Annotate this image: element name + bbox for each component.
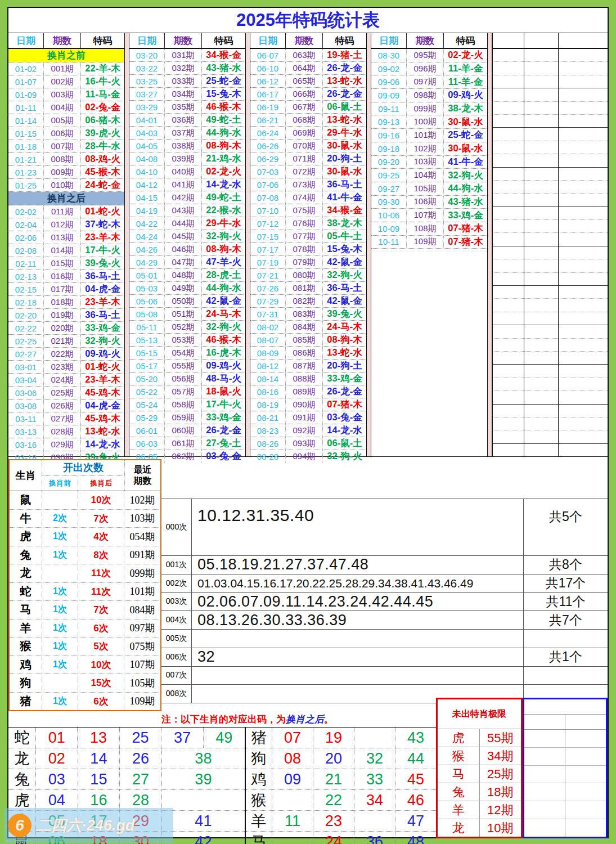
spare-cell — [559, 128, 608, 141]
mapping-zodiac: 虎 — [8, 790, 35, 810]
draw-period: 088期 — [285, 372, 322, 385]
mapping-row: 蛇0113253749 — [8, 728, 245, 748]
mapping-number: 07 — [272, 728, 313, 748]
frequency-count — [523, 630, 608, 648]
spare-cell — [524, 75, 558, 88]
draw-period: 015期 — [43, 257, 80, 270]
mapping-number: 42 — [161, 832, 245, 844]
draw-date: 06-03 — [129, 437, 164, 450]
draw-code: 20-狗-土 — [322, 360, 366, 372]
draw-row: 05-15054期16-虎-木 — [129, 347, 245, 360]
draw-date: 04-01 — [129, 114, 164, 126]
draw-code: 21-鸡-水 — [201, 152, 245, 165]
draw-row: 03-16029期14-龙-水 — [8, 438, 124, 451]
draw-code: 08-狗-木 — [322, 334, 366, 346]
zodiac-stats-header: 生肖 开出次数 换肖前 换肖后 最近 期数 — [10, 460, 160, 491]
spare-cell — [493, 207, 524, 220]
frequency-count: 共17个 — [523, 574, 608, 592]
draw-date: 07-03 — [250, 165, 285, 178]
stats-zodiac: 猴 — [10, 638, 42, 656]
draw-code: 33-鸡-金 — [322, 372, 366, 385]
mapping-number: 38 — [161, 748, 245, 769]
draw-code: 49-蛇-土 — [201, 191, 245, 204]
spare-cell — [524, 168, 558, 181]
limits-title: 未出特肖极限 — [438, 699, 521, 729]
spare-cell — [559, 325, 608, 338]
spare-cell — [559, 75, 608, 88]
draw-period: 086期 — [285, 347, 322, 359]
stats-before-count: 1次 — [42, 528, 78, 546]
header-times-sub: 换肖前 换肖后 — [42, 476, 124, 491]
draw-period: 081期 — [285, 282, 322, 294]
column-header: 日期 — [371, 33, 406, 48]
mapping-zodiac: 兔 — [8, 769, 35, 789]
empty-filler — [371, 249, 487, 456]
frequency-label: 002次 — [161, 574, 192, 592]
draw-row: 02-06013期23-羊-木 — [8, 231, 124, 244]
stats-before-count: 1次 — [42, 583, 78, 601]
zodiac-stats-row: 羊1次6次097期 — [10, 619, 160, 638]
stats-after-count: 8次 — [78, 546, 124, 564]
draw-row: 08-02084期24-马-木 — [250, 321, 366, 334]
draw-period: 045期 — [164, 230, 201, 243]
draw-code: 26-龙-金 — [322, 62, 366, 74]
mapping-number: 23 — [313, 811, 354, 831]
spare-cell — [524, 405, 558, 417]
banner-before: 换肖之前 — [8, 49, 124, 62]
draw-period: 046期 — [164, 243, 201, 255]
spare-cell — [559, 181, 608, 194]
draw-row: 06-10064期26-龙-金 — [250, 62, 366, 75]
draw-date: 03-04 — [8, 374, 43, 386]
draw-code: 42-鼠-金 — [201, 295, 245, 307]
draw-code: 39-兔-火 — [80, 257, 124, 270]
draw-code: 37-蛇-木 — [80, 218, 124, 231]
mapping-zodiac: 猪 — [246, 728, 272, 748]
draw-date: 07-06 — [250, 178, 285, 191]
draw-period: 097期 — [406, 75, 443, 88]
stats-zodiac: 龙 — [10, 564, 42, 582]
mapping-number: 11 — [272, 811, 313, 831]
spare-cell — [559, 430, 608, 443]
draw-code: 33-鸡-金 — [443, 209, 487, 222]
spare-cell — [493, 352, 524, 365]
draw-date: 06-26 — [250, 140, 285, 152]
draw-group: 日期期数特码换肖之前01-02001期22-羊-木01-07002期16-牛-火… — [8, 33, 124, 456]
draw-code: 27-兔-土 — [201, 437, 245, 450]
draw-period: 036期 — [164, 114, 201, 126]
draw-period: 102期 — [406, 142, 443, 155]
frequency-row: 000次10.12.31.35.40共5个 — [161, 499, 608, 556]
draw-date: 10-06 — [371, 209, 406, 222]
zodiac-stats-row: 牛2次7次103期 — [10, 510, 160, 528]
group-separator — [124, 33, 129, 456]
group-separator — [245, 33, 250, 456]
stats-after-count: 11次 — [78, 564, 124, 582]
draw-date: 08-19 — [250, 398, 285, 411]
stats-recent-period: 097期 — [124, 619, 160, 638]
draw-date: 03-25 — [129, 75, 164, 87]
draw-row: 06-07063期19-猪-土 — [250, 49, 366, 62]
draw-code: 07-猪-木 — [322, 398, 366, 411]
zodiac-stats-row: 鼠10次102期 — [10, 491, 160, 510]
draw-date: 05-22 — [129, 385, 164, 398]
draw-row: 02-27022期09-鸡-火 — [8, 348, 124, 361]
draw-code: 15-兔-木 — [322, 243, 366, 255]
spare-cell — [493, 220, 524, 233]
draw-row: 02-25021期32-狗-火 — [8, 335, 124, 348]
draw-row: 04-10040期02-龙-火 — [129, 165, 245, 178]
draw-row: 09-30106期43-猪-水 — [371, 196, 487, 209]
draw-period: 071期 — [285, 152, 322, 165]
frequency-row: 006次32共1个 — [161, 648, 608, 667]
draw-row: 04-22044期29-牛-水 — [129, 217, 245, 230]
draw-code: 03-兔-金 — [322, 411, 366, 424]
frequency-label: 004次 — [161, 611, 192, 629]
spare-cell — [524, 273, 558, 286]
draw-code: 16-虎-木 — [201, 347, 245, 359]
draw-date: 02-25 — [8, 335, 43, 347]
stats-before-count: 1次 — [42, 546, 78, 564]
draw-row: 04-01036期49-蛇-土 — [129, 114, 245, 127]
draw-date: 05-08 — [129, 308, 164, 320]
spare-cell — [493, 62, 524, 75]
draw-date: 03-08 — [8, 399, 43, 412]
draw-date: 02-20 — [8, 309, 43, 321]
draw-period: 055期 — [164, 360, 201, 372]
